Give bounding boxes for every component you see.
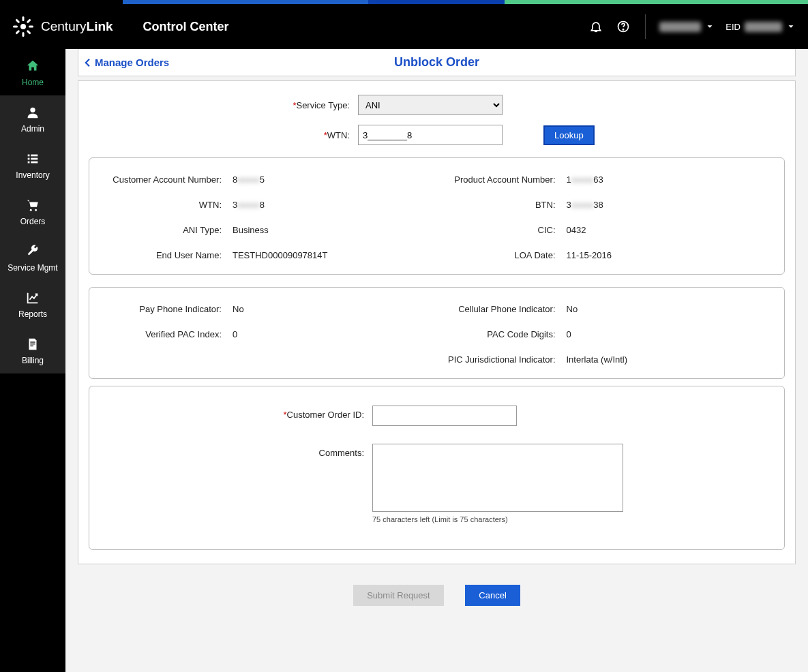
user-menu[interactable]: xxxxxxx	[659, 22, 715, 32]
info-value: 1xxxxx63	[567, 174, 603, 185]
page-header: Manage Orders Unblock Order	[78, 49, 796, 76]
sidebar-item-admin[interactable]: Admin	[0, 95, 65, 142]
back-link-label: Manage Orders	[95, 57, 169, 68]
main-panel: *Service Type: ANI *WTN: Lookup Customer…	[78, 80, 796, 564]
svg-rect-17	[31, 162, 38, 164]
svg-rect-21	[30, 343, 35, 344]
svg-rect-3	[29, 26, 33, 28]
sidebar-item-billing[interactable]: Billing	[0, 327, 65, 373]
cart-icon	[25, 198, 40, 213]
notifications-button[interactable]	[588, 18, 604, 35]
indicator-info-box: Pay Phone Indicator:No Verified PAC Inde…	[89, 287, 785, 379]
user-icon	[25, 105, 40, 120]
wrench-icon	[25, 244, 40, 259]
page-title: Unblock Order	[78, 55, 795, 70]
svg-point-18	[30, 209, 32, 211]
sidebar-item-orders[interactable]: Orders	[0, 188, 65, 234]
cancel-button[interactable]: Cancel	[465, 585, 520, 606]
centurylink-logo-icon	[12, 16, 34, 37]
content-area: Manage Orders Unblock Order *Service Typ…	[65, 49, 808, 672]
service-type-select[interactable]: ANI	[358, 95, 503, 115]
brand-text-bold: Link	[87, 19, 113, 33]
info-label: Pay Phone Indicator:	[103, 304, 233, 314]
info-value: Business	[233, 225, 269, 235]
info-value: 3xxxxx38	[567, 200, 603, 210]
sidebar-item-label: Inventory	[16, 170, 49, 180]
svg-rect-14	[28, 158, 30, 160]
info-label: BTN:	[437, 200, 567, 210]
back-link[interactable]: Manage Orders	[78, 55, 169, 70]
comments-textarea[interactable]	[372, 444, 623, 512]
svg-rect-7	[13, 26, 18, 28]
svg-rect-12	[28, 155, 30, 157]
info-label: Verified PAC Index:	[103, 329, 233, 339]
help-button[interactable]	[615, 18, 631, 35]
svg-point-11	[30, 108, 35, 112]
sidebar-item-label: Reports	[18, 309, 47, 319]
info-label: ANI Type:	[103, 225, 233, 235]
svg-rect-4	[27, 30, 31, 35]
comments-label: Comments:	[103, 444, 372, 523]
topbar: CenturyLink Control Center xxxxxxx EID x…	[0, 4, 808, 49]
username-blurred: xxxxxxx	[659, 22, 702, 32]
info-value: Interlata (w/Intl)	[567, 354, 628, 365]
lookup-button[interactable]: Lookup	[543, 125, 595, 145]
info-value: No	[233, 304, 244, 314]
account-info-box: Customer Account Number:8xxxxx5 WTN:3xxx…	[89, 157, 785, 275]
list-icon	[25, 151, 40, 166]
info-label: PAC Code Digits:	[437, 329, 567, 339]
brand: CenturyLink	[12, 16, 113, 37]
sidebar-item-label: Billing	[22, 356, 44, 365]
svg-rect-13	[31, 155, 38, 157]
sidebar-item-inventory[interactable]: Inventory	[0, 142, 65, 188]
home-icon	[25, 59, 40, 74]
sidebar-item-home[interactable]: Home	[0, 49, 65, 95]
sidebar-item-service-mgmt[interactable]: Service Mgmt	[0, 234, 65, 281]
svg-point-0	[20, 24, 26, 29]
customer-order-id-input[interactable]	[372, 406, 517, 426]
comments-hint: 75 characters left (Limit is 75 characte…	[372, 515, 623, 523]
info-value: 3xxxxx8	[233, 200, 265, 210]
svg-rect-22	[30, 346, 33, 346]
info-label: End User Name:	[103, 250, 233, 260]
svg-rect-2	[27, 18, 31, 23]
topbar-divider	[645, 14, 646, 39]
brand-text-thin: Century	[41, 19, 87, 33]
info-label: Customer Account Number:	[103, 174, 233, 185]
sidebar-item-label: Orders	[20, 217, 46, 226]
chevron-down-icon	[705, 22, 715, 31]
info-label: WTN:	[103, 200, 233, 210]
info-label: LOA Date:	[437, 250, 567, 260]
eid-menu[interactable]: EID xxxxxx	[725, 22, 796, 32]
svg-rect-20	[30, 341, 35, 342]
svg-rect-15	[31, 158, 38, 160]
svg-rect-1	[23, 16, 25, 21]
info-label: CIC:	[437, 225, 567, 235]
info-label: PIC Jurisdictional Indicator:	[437, 354, 567, 365]
info-label: Cellular Phone Indicator:	[437, 304, 567, 314]
wtn-input[interactable]	[358, 125, 503, 145]
app-title: Control Center	[143, 20, 229, 34]
svg-rect-5	[23, 32, 25, 37]
wtn-label: *WTN:	[89, 130, 358, 140]
bell-icon	[589, 20, 603, 33]
help-icon	[616, 20, 630, 33]
top-stripe	[0, 0, 808, 4]
document-icon	[25, 337, 40, 352]
sidebar-item-reports[interactable]: Reports	[0, 281, 65, 327]
chevron-left-icon	[81, 55, 93, 70]
svg-rect-6	[15, 30, 20, 35]
chevron-down-icon	[786, 22, 796, 31]
eid-label: EID	[725, 22, 740, 32]
svg-point-10	[623, 29, 623, 30]
sidebar-item-label: Home	[22, 78, 44, 87]
sidebar: Home Admin Inventory Orders Service Mgmt…	[0, 49, 65, 672]
svg-rect-8	[15, 18, 20, 23]
info-value: TESTHD00009097814T	[233, 250, 327, 260]
chart-icon	[25, 290, 40, 305]
info-value: 0	[233, 329, 237, 339]
info-value: 0432	[567, 225, 586, 235]
customer-order-id-label: *Customer Order ID:	[103, 406, 372, 426]
info-label: Product Account Number:	[437, 174, 567, 185]
info-value: 8xxxxx5	[233, 174, 265, 185]
